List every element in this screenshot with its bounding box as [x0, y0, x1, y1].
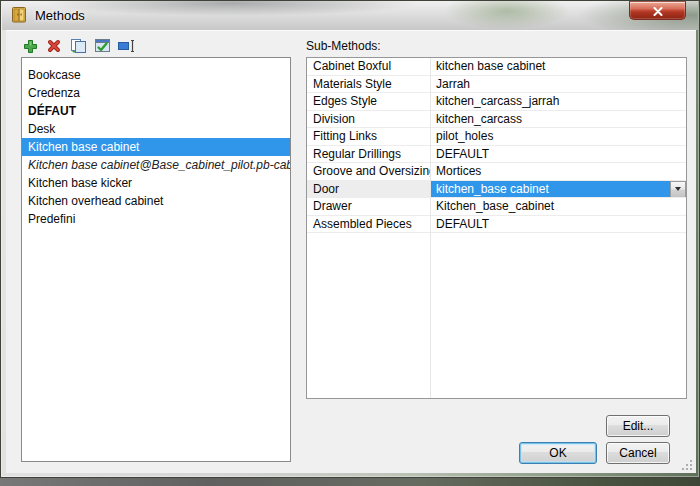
submethod-value-cell[interactable]: DEFAULT	[431, 146, 686, 164]
close-icon	[653, 2, 663, 20]
submethod-name-cell: Division	[307, 111, 431, 129]
list-item[interactable]: Credenza	[22, 84, 290, 102]
submethods-label: Sub-Methods:	[306, 39, 381, 53]
table-row[interactable]: Doorkitchen_base cabinet	[307, 181, 686, 199]
resize-grip-icon[interactable]	[681, 458, 694, 471]
list-item[interactable]: Bookcase	[22, 66, 290, 84]
cancel-button[interactable]: Cancel	[606, 442, 670, 464]
submethod-name-cell: Regular Drillings	[307, 146, 431, 164]
submethod-name-cell: Drawer	[307, 198, 431, 216]
list-item[interactable]: Kitchen base cabinet@Base_cabinet_pilot.…	[22, 156, 290, 174]
submethod-value-cell[interactable]: Kitchen_base_cabinet	[431, 198, 686, 216]
submethod-name-cell: Cabinet Boxful	[307, 58, 431, 76]
table-row[interactable]: Edges Stylekitchen_carcass_jarrah	[307, 93, 686, 111]
close-button[interactable]	[629, 1, 686, 20]
submethod-value-cell[interactable]: Jarrah	[431, 76, 686, 94]
combobox-dropdown-button[interactable]	[670, 181, 686, 199]
submethod-name-cell: Door	[307, 181, 431, 199]
table-row[interactable]: Groove and OversizingMortices	[307, 163, 686, 181]
list-item[interactable]: Predefini	[22, 210, 290, 228]
edit-button[interactable]: Edit...	[606, 415, 670, 437]
screen: Methods BookcaseCredenzaDÉFAUTDeskKitche…	[0, 0, 700, 486]
rename-button[interactable]	[117, 39, 135, 57]
add-button[interactable]	[21, 39, 39, 57]
dialog-client-area: BookcaseCredenzaDÉFAUTDeskKitchen base c…	[6, 30, 696, 473]
combobox-selected-text: kitchen_base cabinet	[431, 181, 670, 199]
window-shadow	[0, 478, 700, 486]
rename-icon	[117, 39, 135, 57]
table-row[interactable]: Fitting Linkspilot_holes	[307, 128, 686, 146]
toolbar	[21, 39, 135, 57]
list-item[interactable]: Desk	[22, 120, 290, 138]
methods-list[interactable]: BookcaseCredenzaDÉFAUTDeskKitchen base c…	[21, 57, 291, 462]
copy-button[interactable]	[69, 39, 87, 57]
copy-icon	[70, 38, 87, 58]
submethod-name-cell: Assembled Pieces	[307, 216, 431, 234]
cabinet-icon	[11, 7, 29, 23]
ok-button[interactable]: OK	[519, 442, 597, 464]
methods-dialog: Methods BookcaseCredenzaDÉFAUTDeskKitche…	[0, 0, 700, 478]
submethods-table[interactable]: Cabinet Boxfulkitchen base cabinetMateri…	[306, 57, 687, 399]
titlebar[interactable]: Methods	[2, 1, 698, 30]
table-row[interactable]: Materials StyleJarrah	[307, 76, 686, 94]
submethod-value-cell[interactable]: kitchen base cabinet	[431, 58, 686, 76]
table-row[interactable]: Assembled PiecesDEFAULT	[307, 216, 686, 234]
submethod-value-cell[interactable]: pilot_holes	[431, 128, 686, 146]
window-title: Methods	[35, 8, 85, 23]
properties-button[interactable]	[93, 39, 111, 57]
delete-button[interactable]	[45, 39, 63, 57]
list-item[interactable]: Kitchen base kicker	[22, 174, 290, 192]
delete-icon	[47, 39, 61, 57]
window-check-icon	[94, 38, 111, 58]
submethod-name-cell: Groove and Oversizing	[307, 163, 431, 181]
submethod-value-cell[interactable]: DEFAULT	[431, 216, 686, 234]
list-item[interactable]: Kitchen overhead cabinet	[22, 192, 290, 210]
submethod-value-cell[interactable]: Mortices	[431, 163, 686, 181]
submethod-name-cell: Edges Style	[307, 93, 431, 111]
table-row[interactable]: Regular DrillingsDEFAULT	[307, 146, 686, 164]
list-item[interactable]: DÉFAUT	[22, 102, 290, 120]
submethod-value-cell[interactable]: kitchen_carcass_jarrah	[431, 93, 686, 111]
list-item[interactable]: Kitchen base cabinet	[22, 138, 290, 156]
submethod-value-cell[interactable]: kitchen_carcass	[431, 111, 686, 129]
submethod-name-cell: Materials Style	[307, 76, 431, 94]
door-value-combobox[interactable]: kitchen_base cabinet	[431, 181, 686, 199]
submethod-value-cell[interactable]: kitchen_base cabinet	[431, 181, 686, 199]
table-row[interactable]: Divisionkitchen_carcass	[307, 111, 686, 129]
submethod-name-cell: Fitting Links	[307, 128, 431, 146]
table-empty-area	[307, 233, 686, 398]
table-row[interactable]: Cabinet Boxfulkitchen base cabinet	[307, 58, 686, 76]
table-row[interactable]: DrawerKitchen_base_cabinet	[307, 198, 686, 216]
add-icon	[23, 39, 38, 58]
chevron-down-icon	[675, 187, 681, 191]
